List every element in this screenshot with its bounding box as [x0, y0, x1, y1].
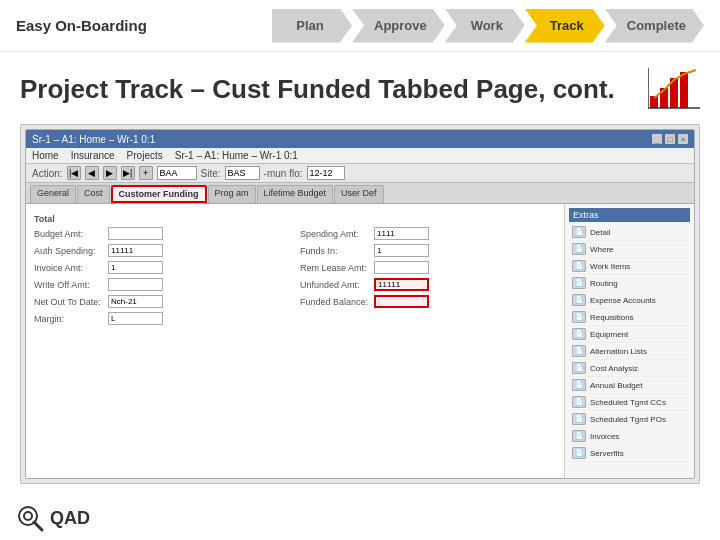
field-funded-balance: Funded Balance: [300, 295, 556, 308]
app-title: Easy On-Boarding [16, 17, 147, 34]
equipment-icon: 📄 [572, 328, 586, 340]
window-controls: _ □ × [652, 134, 688, 144]
screen-main: Sr-1 – A1: Home – Wr-1 0:1 _ □ × Home In… [25, 129, 695, 479]
two-col-form: Budget Amt: Auth Spending: Invoice Amt: [34, 227, 556, 329]
tab-program[interactable]: Prog am [208, 185, 256, 203]
right-item-annual-budget[interactable]: 📄 Annual Budget [569, 377, 690, 394]
invoices-icon: 📄 [572, 430, 586, 442]
minimize-button[interactable]: _ [652, 134, 662, 144]
section-total: Total [34, 214, 556, 224]
alternation-lists-icon: 📄 [572, 345, 586, 357]
annual-budget-icon: 📄 [572, 379, 586, 391]
tab-customer-funding[interactable]: Customer Funding [111, 185, 207, 203]
window-title: Sr-1 – A1: Home – Wr-1 0:1 [32, 134, 155, 145]
toolbar-nav-next[interactable]: ▶ [103, 166, 117, 180]
routing-icon: 📄 [572, 277, 586, 289]
right-item-cost-analysis[interactable]: 📄 Cost Analysiz [569, 360, 690, 377]
toolbar-date-input[interactable] [307, 166, 345, 180]
input-rem-lease[interactable] [374, 261, 429, 274]
field-write-off: Write Off Amt: [34, 278, 290, 291]
input-net-out[interactable] [108, 295, 163, 308]
label-funds-in: Funds In: [300, 246, 370, 256]
step-plan[interactable]: Plan [272, 9, 352, 43]
work-items-icon: 📄 [572, 260, 586, 272]
form-content: Total Budget Amt: Auth Spending: [26, 204, 694, 478]
right-item-routing[interactable]: 📄 Routing [569, 275, 690, 292]
input-spending-amt[interactable] [374, 227, 429, 240]
tab-cost[interactable]: Cost [77, 185, 110, 203]
step-work[interactable]: Work [445, 9, 525, 43]
right-item-equipment[interactable]: 📄 Equipment [569, 326, 690, 343]
close-button[interactable]: × [678, 134, 688, 144]
right-item-where[interactable]: 📄 Where [569, 241, 690, 258]
tab-user-def[interactable]: User Def [334, 185, 384, 203]
qad-logo-text: QAD [50, 508, 90, 529]
toolbar-site-input[interactable] [225, 166, 260, 180]
right-item-sched-ccs[interactable]: 📄 Scheduled Tgmt CCs [569, 394, 690, 411]
input-auth-spending[interactable] [108, 244, 163, 257]
form-col-right: Spending Amt: Funds In: Rem Lease Amt: [300, 227, 556, 329]
toolbar-site-label: Site: [201, 168, 221, 179]
field-unfunded: Unfunded Amt: [300, 278, 556, 291]
tabs-row: General Cost Customer Funding Prog am Li… [26, 183, 694, 204]
menu-projects[interactable]: Projects [127, 150, 163, 161]
field-spending-amt: Spending Amt: [300, 227, 556, 240]
cost-analysis-icon: 📄 [572, 362, 586, 374]
screen-area: Sr-1 – A1: Home – Wr-1 0:1 _ □ × Home In… [20, 124, 700, 484]
nav-steps: Plan Approve Work Track Complete [272, 9, 704, 43]
right-item-detail[interactable]: 📄 Detail [569, 224, 690, 241]
svg-rect-3 [680, 72, 688, 108]
label-funded-balance: Funded Balance: [300, 297, 370, 307]
step-approve[interactable]: Approve [352, 9, 445, 43]
input-unfunded[interactable] [374, 278, 429, 291]
toolbar-search-input[interactable] [157, 166, 197, 180]
tab-general[interactable]: General [30, 185, 76, 203]
label-write-off: Write Off Amt: [34, 280, 104, 290]
right-item-expense-accounts[interactable]: 📄 Expense Accounts [569, 292, 690, 309]
right-item-invoices[interactable]: 📄 Invoices [569, 428, 690, 445]
right-item-work-items[interactable]: 📄 Work Items [569, 258, 690, 275]
expense-accounts-icon: 📄 [572, 294, 586, 306]
maximize-button[interactable]: □ [665, 134, 675, 144]
right-item-sched-pos[interactable]: 📄 Scheduled Tgmt POs [569, 411, 690, 428]
input-budget-amt[interactable] [108, 227, 163, 240]
input-margin[interactable] [108, 312, 163, 325]
toolbar-add[interactable]: + [139, 166, 153, 180]
menu-path[interactable]: Sr-1 – A1: Hume – Wr-1 0:1 [175, 150, 298, 161]
serverflts-icon: 📄 [572, 447, 586, 459]
qad-logo-icon [16, 504, 44, 532]
right-item-alternation-lists[interactable]: 📄 Alternation Lists [569, 343, 690, 360]
toolbar-nav-last[interactable]: ▶| [121, 166, 135, 180]
toolbar-nav-first[interactable]: |◀ [67, 166, 81, 180]
sched-ccs-icon: 📄 [572, 396, 586, 408]
form-col-left: Budget Amt: Auth Spending: Invoice Amt: [34, 227, 290, 329]
tab-lifetime-budget[interactable]: Lifetime Budget [257, 185, 334, 203]
field-budget-amt: Budget Amt: [34, 227, 290, 240]
where-icon: 📄 [572, 243, 586, 255]
field-net-out: Net Out To Date: [34, 295, 290, 308]
label-unfunded: Unfunded Amt: [300, 280, 370, 290]
input-funded-balance[interactable] [374, 295, 429, 308]
form-left: Total Budget Amt: Auth Spending: [26, 204, 564, 478]
svg-line-8 [34, 522, 42, 530]
input-funds-in[interactable] [374, 244, 429, 257]
input-invoice-amt[interactable] [108, 261, 163, 274]
step-track[interactable]: Track [525, 9, 605, 43]
right-item-requisitions[interactable]: 📄 Requisitions [569, 309, 690, 326]
toolbar-nav-prev[interactable]: ◀ [85, 166, 99, 180]
label-rem-lease: Rem Lease Amt: [300, 263, 370, 273]
input-write-off[interactable] [108, 278, 163, 291]
menu-insurance[interactable]: Insurance [71, 150, 115, 161]
label-budget-amt: Budget Amt: [34, 229, 104, 239]
right-panel-title: Extras [569, 208, 690, 222]
chart-icon [648, 68, 700, 110]
step-complete[interactable]: Complete [605, 9, 704, 43]
menu-home[interactable]: Home [32, 150, 59, 161]
detail-icon: 📄 [572, 226, 586, 238]
svg-point-7 [24, 512, 32, 520]
field-auth-spending: Auth Spending: [34, 244, 290, 257]
requisitions-icon: 📄 [572, 311, 586, 323]
right-item-serverflts[interactable]: 📄 Serverflts [569, 445, 690, 462]
page-title: Project Track – Cust Funded Tabbed Page,… [20, 68, 700, 110]
field-funds-in: Funds In: [300, 244, 556, 257]
